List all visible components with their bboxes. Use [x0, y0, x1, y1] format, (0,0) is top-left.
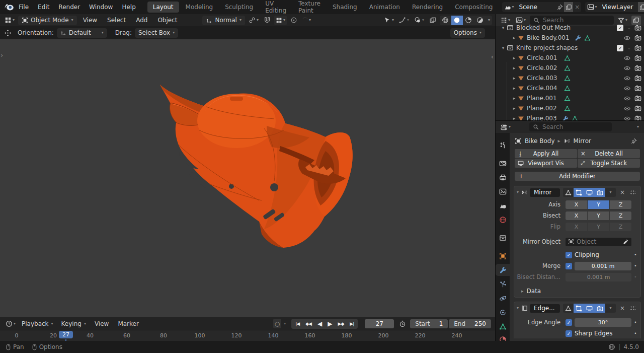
axis-y-button[interactable]: Y — [588, 200, 609, 209]
jump-to-start-button[interactable]: |◀ — [292, 321, 302, 326]
breadcrumb-modifier[interactable]: Mirror — [574, 137, 591, 145]
shading-wireframe-icon[interactable] — [440, 16, 451, 25]
tab-physics[interactable] — [496, 292, 510, 304]
modifier-wrench-icon[interactable] — [575, 35, 581, 41]
sidebar-expand-icon[interactable]: ‹ — [491, 53, 494, 60]
render-visibility-icon[interactable] — [634, 24, 641, 31]
remove-modifier-icon[interactable]: × — [618, 305, 627, 312]
snap-magnet-icon[interactable] — [262, 16, 272, 25]
extras-dropdown-icon[interactable]: ▾ — [605, 304, 616, 313]
view-menu[interactable]: View — [91, 320, 113, 327]
properties-search-input[interactable] — [541, 123, 608, 131]
menu-view[interactable]: View — [79, 17, 101, 24]
menu-window[interactable]: Window — [85, 4, 117, 11]
render-visibility-icon[interactable] — [634, 64, 641, 72]
breadcrumb-object[interactable]: Bike Body — [525, 137, 555, 145]
eyedropper-icon[interactable] — [623, 239, 629, 245]
frame-end-field[interactable]: End250 — [449, 319, 491, 328]
frame-start-field[interactable]: Start1 — [410, 319, 448, 328]
mesh-data-icon[interactable] — [572, 115, 578, 121]
editor-type-viewport-icon[interactable]: ▾ — [3, 16, 16, 25]
tab-view-layer[interactable] — [496, 185, 510, 197]
hide-viewport-icon[interactable] — [623, 65, 631, 72]
menu-object[interactable]: Object — [153, 17, 181, 24]
current-frame-field[interactable]: 27 — [365, 319, 394, 328]
toggle-stack-button[interactable]: ⤢Toggle Stack — [578, 159, 640, 168]
render-visibility-icon[interactable] — [634, 105, 641, 112]
options-dropdown[interactable]: Options ▾ — [450, 28, 485, 38]
tab-tool[interactable] — [496, 139, 510, 151]
auto-keying-icon[interactable]: ○ — [273, 319, 281, 328]
tab-scene[interactable] — [496, 199, 510, 211]
menu-help[interactable]: Help — [117, 4, 140, 11]
drag-handle[interactable] — [630, 306, 636, 311]
holdout-icon[interactable]: ⌄ — [627, 25, 631, 30]
tab-animation[interactable]: Animation — [364, 2, 406, 13]
tab-shading[interactable]: Shading — [327, 2, 363, 13]
render-visibility-icon[interactable] — [634, 115, 641, 120]
hide-viewport-icon[interactable] — [623, 85, 631, 92]
mesh-data-icon[interactable] — [564, 65, 571, 72]
viewlayer-name[interactable]: ViewLayer — [599, 4, 638, 11]
outliner-row-object[interactable]: ▸ Plane.001 — [496, 93, 644, 103]
shading-rendered-icon[interactable] — [474, 16, 486, 25]
menu-select[interactable]: Select — [103, 17, 130, 24]
menu-render[interactable]: Render — [54, 4, 85, 11]
merge-checkbox[interactable]: ✓ — [566, 263, 572, 269]
xray-toggle-icon[interactable] — [428, 16, 438, 25]
viewlayer-icon[interactable]: ▾ — [585, 4, 599, 11]
mirror-object-field[interactable]: Object — [566, 238, 631, 246]
tab-object[interactable] — [496, 250, 510, 262]
tab-sculpting[interactable]: Sculpting — [219, 2, 259, 13]
network-icon[interactable] — [608, 343, 615, 350]
pivot-point-icon[interactable]: ▾ — [247, 16, 260, 25]
edit-mode-display-icon[interactable] — [563, 188, 574, 197]
bisect-y-button[interactable]: Y — [588, 211, 609, 220]
keying-menu[interactable]: Keying▾ — [58, 319, 90, 328]
orientation-dropdown[interactable]: Default ▾ — [57, 28, 107, 38]
marker-menu[interactable]: Marker — [114, 320, 142, 327]
merge-threshold-slider[interactable]: 0.001 m — [575, 262, 631, 270]
apply-all-button[interactable]: ⭳Apply All — [515, 149, 577, 158]
edit-mode-display-icon[interactable] — [563, 304, 574, 313]
hide-viewport-icon[interactable] — [623, 35, 631, 41]
outliner-row-object[interactable]: ▸ Circle.003 — [496, 73, 644, 83]
tab-layout[interactable]: Layout — [147, 2, 179, 13]
proportional-falloff-icon[interactable]: ⌒▾ — [301, 16, 312, 25]
outliner-row-object[interactable]: ▸ Bike Body.001 — [496, 33, 644, 43]
on-cage-icon[interactable] — [574, 188, 584, 197]
tab-particles[interactable] — [496, 278, 510, 290]
proportional-editing-icon[interactable] — [289, 16, 299, 25]
auto-keying-options-icon[interactable]: ▾ — [281, 322, 288, 326]
toolbar-expand-icon[interactable]: › — [1, 51, 3, 59]
flip-z-button[interactable]: Z — [610, 223, 631, 231]
properties-search[interactable] — [529, 122, 612, 131]
hide-viewport-icon[interactable] — [623, 115, 631, 121]
extras-dropdown-icon[interactable]: ▾ — [605, 188, 616, 197]
realtime-display-icon[interactable] — [584, 188, 595, 197]
collapse-icon[interactable]: ▾ — [517, 306, 519, 310]
outliner-row-object[interactable]: ▸ Circle.002 — [496, 63, 644, 73]
modifier-name-field[interactable]: Mirror — [530, 188, 560, 197]
unlink-scene-icon[interactable]: × — [573, 4, 581, 11]
tab-object-data[interactable] — [496, 320, 510, 332]
mesh-data-icon[interactable] — [564, 75, 571, 82]
edge-angle-slider[interactable]: 30° — [575, 318, 631, 327]
render-visibility-icon[interactable] — [634, 75, 641, 82]
menu-add[interactable]: Add — [132, 17, 151, 24]
mode-dropdown[interactable]: Object Mode ▾ — [18, 16, 77, 25]
edge-angle-checkbox[interactable]: ✓ — [566, 319, 572, 326]
shading-material-icon[interactable] — [463, 16, 474, 25]
flip-x-button[interactable]: X — [566, 223, 587, 231]
pin-icon[interactable] — [555, 2, 564, 12]
outliner-row-collection[interactable]: ▾ Blocked Out Mesh ✓ ⌄ — [496, 23, 644, 33]
overlays-icon[interactable]: ▾ — [413, 16, 426, 25]
play-reverse-button[interactable]: ◀ — [314, 320, 325, 327]
mesh-data-icon[interactable] — [564, 105, 571, 112]
drag-handle[interactable] — [630, 190, 636, 195]
snap-settings-icon[interactable]: ▾ — [274, 16, 287, 25]
tab-world[interactable] — [496, 214, 510, 226]
mesh-data-icon[interactable] — [564, 85, 571, 92]
menu-file[interactable]: File — [14, 4, 33, 11]
render-visibility-icon[interactable] — [634, 44, 641, 51]
